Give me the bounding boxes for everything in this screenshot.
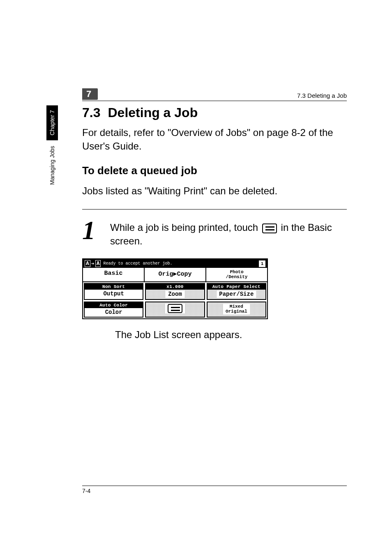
- cell-zoom-label: Zoom: [166, 290, 184, 298]
- chapter-badge: 7: [82, 88, 98, 100]
- page-header: 7 7.3 Deleting a Job: [82, 88, 347, 101]
- tab-basic[interactable]: Basic: [83, 268, 145, 281]
- cell-color[interactable]: Auto Color Color: [84, 302, 143, 318]
- tab-photo-density[interactable]: Photo /Density: [206, 268, 267, 281]
- tab-origcopy[interactable]: Orig▶Copy: [145, 268, 206, 281]
- mixed-line2: Original: [226, 309, 247, 314]
- cell-paper[interactable]: Auto Paper Select Paper/Size: [207, 283, 266, 300]
- screen-tabs: Basic Orig▶Copy Photo /Density: [83, 268, 267, 282]
- subsection-heading: To delete a queued job: [82, 164, 347, 177]
- tab-photo-line1: Photo: [207, 270, 266, 275]
- screen-row-1: Non Sort Output x1.000 Zoom Auto Paper S…: [83, 282, 267, 301]
- section-number: 7.3: [82, 105, 100, 120]
- cell-output-label: Output: [103, 290, 124, 297]
- step-text-before: While a job is being printed, touch: [110, 222, 261, 233]
- mixed-line1: Mixed: [230, 304, 243, 309]
- section-intro: For details, refer to "Overview of Jobs"…: [82, 126, 347, 153]
- step-result: The Job List screen appears.: [115, 328, 347, 341]
- subsection-intro: Jobs listed as "Waiting Print" can be de…: [82, 184, 347, 198]
- page-footer: 7-4: [82, 486, 347, 494]
- cell-output-top: Non Sort: [85, 284, 143, 290]
- side-tabs: Chapter 7 Managing Jobs: [46, 105, 58, 187]
- cell-paper-top: Auto Paper Select: [208, 284, 265, 290]
- chapter-tab: Chapter 7: [46, 105, 58, 140]
- page-content: 7 7.3 Deleting a Job 7.3 Deleting a Job …: [0, 0, 392, 342]
- joblist-icon: [262, 223, 277, 233]
- cell-zoom-value: x1.000: [146, 284, 204, 290]
- cell-paper-label: Paper/Size: [217, 290, 256, 298]
- cell-color-label: Color: [105, 309, 122, 315]
- running-head: 7.3 Deleting a Job: [297, 92, 347, 100]
- status-bar: A ➔ A Ready to accept another job. 1: [83, 259, 267, 268]
- arrow-icon: ➔: [91, 260, 95, 267]
- cell-joblist[interactable]: [145, 302, 205, 318]
- tab-photo-line2: /Density: [207, 275, 266, 280]
- cell-color-top: Auto Color: [85, 302, 143, 308]
- section-title: Deleting a Job: [108, 105, 198, 120]
- step-instruction: While a job is being printed, touch in t…: [110, 219, 347, 248]
- status-mode: A ➔ A: [85, 260, 101, 267]
- screen-row-2: Auto Color Color Mixed Original: [83, 301, 267, 318]
- joblist-button-icon: [168, 304, 182, 313]
- status-message: Ready to accept another job.: [103, 261, 172, 266]
- status-a-left: A: [85, 260, 90, 267]
- step-1: 1 While a job is being printed, touch in…: [82, 209, 347, 248]
- cell-mixed-original[interactable]: Mixed Original: [207, 302, 266, 318]
- step-number: 1: [82, 219, 102, 242]
- device-screen: A ➔ A Ready to accept another job. 1 Bas…: [82, 258, 268, 319]
- cell-output[interactable]: Non Sort Output: [84, 283, 143, 300]
- page-number: 7-4: [82, 488, 90, 494]
- status-a-right: A: [95, 260, 101, 267]
- cell-zoom[interactable]: x1.000 Zoom: [145, 283, 205, 300]
- section-heading: 7.3 Deleting a Job: [82, 105, 347, 120]
- status-badge: 1: [259, 260, 265, 267]
- section-tab: Managing Jobs: [49, 143, 55, 187]
